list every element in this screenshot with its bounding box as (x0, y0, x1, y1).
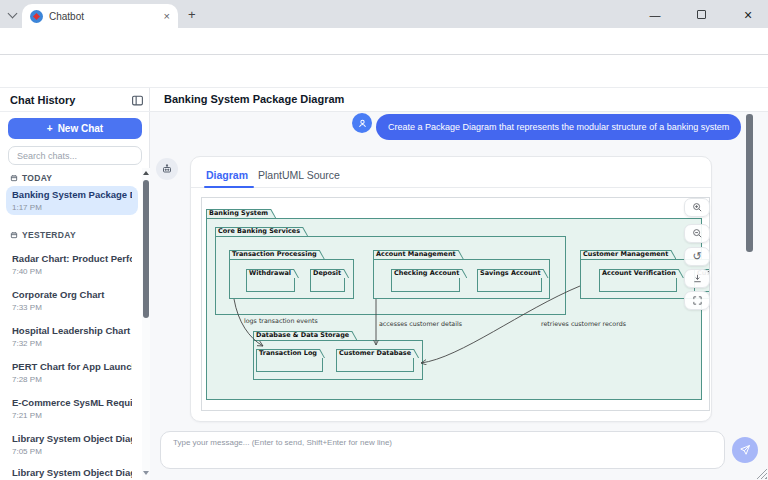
dependency-arrows (202, 198, 710, 411)
user-message-bubble: Create a Package Diagram that represents… (376, 114, 741, 140)
browser-tab-title: Chatbot (49, 11, 158, 22)
download-icon (692, 273, 703, 284)
page-title: Banking System Package Diagram (164, 93, 344, 105)
sidebar-header: Chat History (0, 88, 150, 112)
calendar-icon (10, 231, 18, 239)
person-icon (357, 118, 368, 129)
window-close-button[interactable]: × (733, 6, 763, 23)
tab-plantuml-source[interactable]: PlantUML Source (258, 169, 340, 181)
resize-grip[interactable] (756, 468, 767, 479)
chat-history-item[interactable]: Library System Object Diagr... (6, 464, 138, 480)
card-tab-bar: Diagram PlantUML Source (191, 157, 711, 188)
chat-history-item[interactable]: E-Commerce SysML Require... 7:21 PM (6, 394, 138, 423)
download-button[interactable] (684, 269, 710, 288)
message-composer (160, 431, 725, 469)
user-message-avatar (352, 113, 372, 133)
chat-history-item[interactable]: Corporate Org Chart 7:33 PM (6, 286, 138, 315)
edge-label: retrieves customer records (541, 320, 626, 327)
window-minimize-button[interactable]: — (640, 6, 670, 23)
tab-search-chevron-icon[interactable] (9, 10, 16, 17)
plus-icon: + (47, 123, 53, 134)
chat-history-sidebar: Chat History + New Chat TODAY Banking Sy… (0, 88, 150, 480)
zoom-in-icon (692, 202, 703, 213)
calendar-icon (10, 174, 18, 182)
response-card: Diagram PlantUML Source Banking System C… (190, 156, 712, 422)
chat-item-title: Banking System Package Dia... (12, 189, 132, 200)
search-chats-input[interactable] (8, 146, 142, 165)
screen: Chatbot × + — × ← → ↻ ai-toolbox.visual-… (0, 0, 768, 480)
chat-history-item[interactable]: Radar Chart: Product Perfor... 7:40 PM (6, 250, 138, 279)
chat-scrollbar-thumb[interactable] (746, 114, 753, 252)
site-favicon-icon (30, 10, 43, 23)
chat-history-item[interactable]: Hospital Leadership Chart 7:32 PM (6, 322, 138, 351)
window-maximize-button[interactable] (686, 6, 716, 23)
section-header-yesterday: YESTERDAY (10, 230, 76, 240)
reset-view-button[interactable]: ↺ (684, 247, 710, 266)
new-tab-button[interactable]: + (188, 7, 196, 22)
send-plane-icon (739, 444, 751, 456)
page-title-row: Banking System Package Diagram (150, 88, 768, 112)
chat-history-item[interactable]: Library System Object Diagr... 7:05 PM (6, 430, 138, 459)
main-area: Banking System Package Diagram Create a … (150, 88, 768, 480)
chat-item-time: 1:17 PM (12, 203, 132, 212)
sidebar-scrollbar-thumb[interactable] (143, 180, 149, 318)
section-header-today: TODAY (10, 173, 52, 183)
robot-icon (161, 163, 173, 175)
browser-tabstrip: Chatbot × + — × (0, 0, 768, 28)
active-tab-underline (204, 186, 254, 188)
sidebar-scrollbar[interactable] (142, 168, 150, 480)
diagram-viewport[interactable]: Banking System Core Banking Services Tra… (201, 197, 710, 411)
tab-diagram[interactable]: Diagram (206, 169, 248, 181)
bot-avatar (156, 158, 178, 180)
browser-tab[interactable]: Chatbot × (22, 4, 178, 28)
send-button[interactable] (732, 437, 758, 463)
tab-close-icon[interactable]: × (164, 11, 170, 22)
edge-label: logs transaction events (244, 317, 318, 324)
message-input[interactable] (173, 438, 703, 447)
fullscreen-icon (692, 295, 703, 306)
browser-toolbar: ← → ↻ ai-toolbox.visual-paradigm.com/app… (0, 28, 768, 55)
scroll-up-arrow-icon[interactable] (143, 171, 149, 175)
fullscreen-button[interactable] (684, 291, 710, 310)
zoom-in-button[interactable] (684, 198, 710, 217)
new-chat-button[interactable]: + New Chat (8, 118, 142, 139)
zoom-out-button[interactable] (684, 224, 710, 243)
app-header: Chatbot Powered by Visual Paradigm More … (0, 55, 768, 88)
zoom-out-icon (692, 228, 703, 239)
edge-label: accesses customer details (379, 320, 462, 327)
sidebar-title: Chat History (10, 94, 75, 106)
chat-history-item[interactable]: PERT Chart for App Launch 7:28 PM (6, 358, 138, 387)
scroll-down-arrow-icon[interactable] (143, 471, 149, 475)
chat-history-item[interactable]: Banking System Package Dia... 1:17 PM (6, 186, 138, 215)
collapse-panel-icon[interactable] (131, 94, 144, 107)
